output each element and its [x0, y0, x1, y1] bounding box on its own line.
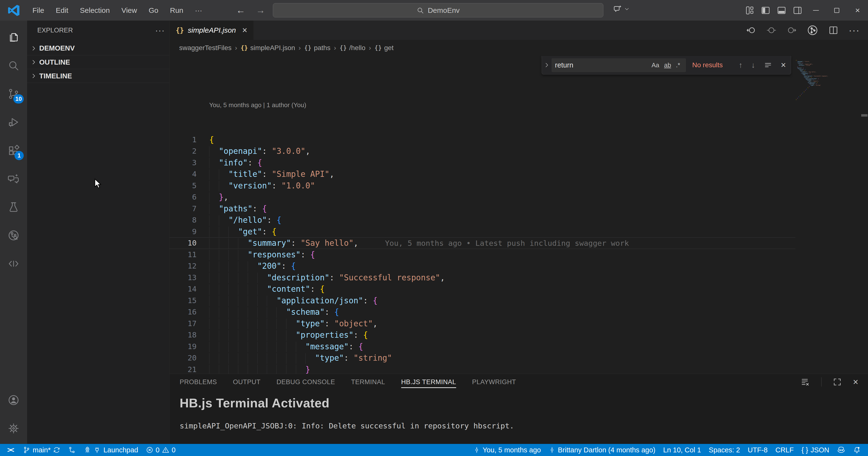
forward-arrow-icon[interactable]: → — [256, 5, 265, 15]
find-input[interactable]: return Aa ab .* — [552, 58, 686, 72]
line-number[interactable]: 19 — [169, 341, 196, 353]
toggle-sidebar-icon[interactable] — [757, 0, 774, 21]
code-line[interactable]: 13"description": "Successful response", — [169, 272, 795, 284]
language-mode[interactable]: { } JSON — [798, 444, 833, 456]
line-number[interactable]: 5 — [169, 180, 196, 192]
activity-search[interactable] — [0, 51, 27, 79]
panel-tab-output[interactable]: OUTPUT — [233, 374, 260, 390]
line-number[interactable]: 6 — [169, 191, 196, 203]
minimap[interactable]: {"openapi": "3.0.0","info": {"title": "S… — [796, 56, 861, 103]
codelens-blame[interactable]: You, 5 months ago | 1 author (You) — [169, 99, 795, 111]
activity-settings[interactable] — [0, 414, 27, 443]
find-next-icon[interactable]: ↓ — [751, 61, 755, 70]
command-center-search[interactable]: DemoEnv — [273, 3, 603, 18]
find-previous-icon[interactable]: ↑ — [739, 61, 743, 70]
panel-tab-problems[interactable]: PROBLEMS — [180, 374, 217, 390]
current-change-icon[interactable] — [766, 25, 776, 35]
code-line[interactable]: 16"schema": { — [169, 306, 795, 318]
line-number[interactable]: 20 — [169, 352, 196, 364]
menu-edit[interactable]: Edit — [50, 3, 74, 18]
minimize-button[interactable] — [806, 0, 826, 21]
tab-close-icon[interactable]: × — [242, 25, 247, 35]
menu-selection[interactable]: Selection — [74, 3, 116, 18]
customize-layout-icon[interactable] — [742, 0, 757, 21]
regex-icon[interactable]: .* — [674, 61, 683, 69]
breadcrumb-hello[interactable]: {} /hello — [339, 44, 365, 52]
editor-more-actions-icon[interactable]: ··· — [849, 25, 860, 36]
code-line[interactable]: 5"version": "1.0.0" — [169, 180, 795, 192]
line-number[interactable]: 11 — [169, 249, 196, 261]
line-number[interactable]: 10 — [169, 237, 196, 249]
commit-graph-icon[interactable] — [807, 25, 818, 36]
activity-testing[interactable] — [0, 193, 27, 221]
git-graph-button[interactable] — [64, 444, 80, 456]
code-line[interactable]: 20"type": "string" — [169, 352, 795, 364]
tab-simpleapi-json[interactable]: {} simpleAPI.json × — [169, 21, 254, 40]
breadcrumb-paths[interactable]: {} paths — [304, 44, 331, 52]
eol-sequence[interactable]: CRLF — [771, 444, 798, 456]
line-number[interactable]: 21 — [169, 364, 196, 374]
line-number[interactable]: 9 — [169, 226, 196, 237]
line-number[interactable]: 12 — [169, 260, 196, 272]
activity-source-control[interactable]: 10 — [0, 79, 27, 108]
panel-tab-terminal[interactable]: TERMINAL — [351, 374, 385, 390]
code-line[interactable]: 15"application/json": { — [169, 295, 795, 306]
code-line[interactable]: 21} — [169, 364, 795, 374]
line-number[interactable]: 3 — [169, 157, 196, 169]
code-line[interactable]: 1{ — [169, 134, 795, 145]
panel-tab-playwright[interactable]: PLAYWRIGHT — [472, 374, 516, 390]
menu-go[interactable]: Go — [143, 3, 164, 18]
code-line[interactable]: 12"200": { — [169, 260, 795, 272]
code-line[interactable]: 6}, — [169, 191, 795, 203]
blame-author-item[interactable]: Brittany Dartlon (4 months ago) — [545, 444, 659, 456]
code-line[interactable]: 18"properties": { — [169, 329, 795, 341]
whole-word-icon[interactable]: ab — [662, 61, 674, 69]
close-panel-icon[interactable]: × — [853, 377, 858, 387]
cursor-position[interactable]: Ln 10, Col 1 — [659, 444, 705, 456]
activity-gitlens[interactable] — [0, 221, 27, 250]
toggle-panel-icon[interactable] — [774, 0, 789, 21]
activity-explorer[interactable] — [0, 23, 27, 51]
find-close-icon[interactable]: × — [781, 60, 786, 70]
breadcrumb-folder[interactable]: swaggerTestFiles — [179, 44, 231, 52]
copilot-status[interactable] — [833, 444, 849, 456]
line-number[interactable]: 17 — [169, 318, 196, 329]
panel-tab-debug-console[interactable]: DEBUG CONSOLE — [277, 374, 335, 390]
breadcrumb-file[interactable]: {} simpleAPI.json — [241, 44, 295, 52]
code-line[interactable]: 7"paths": { — [169, 203, 795, 215]
activity-api[interactable] — [0, 250, 27, 278]
code-line[interactable]: 9"get": { — [169, 226, 795, 237]
blame-you-item[interactable]: You, 5 months ago — [469, 444, 545, 456]
git-branch-item[interactable]: main* — [19, 444, 64, 456]
close-window-button[interactable]: × — [847, 0, 868, 21]
clear-output-icon[interactable] — [801, 378, 810, 387]
terminal-content[interactable]: HB.js Terminal Activated simpleAPI_OpenA… — [169, 390, 868, 430]
explorer-more-actions-icon[interactable]: ··· — [155, 26, 165, 35]
remote-indicator[interactable]: >< — [3, 444, 19, 456]
line-number[interactable]: 16 — [169, 306, 196, 318]
code-line[interactable]: 3"info": { — [169, 157, 795, 169]
line-number[interactable]: 18 — [169, 329, 196, 341]
section-timeline[interactable]: TIMELINE — [27, 69, 169, 83]
panel-tab-hbjs-terminal[interactable]: HB.JS TERMINAL — [401, 374, 456, 390]
find-in-selection-icon[interactable] — [764, 61, 772, 69]
code-line[interactable]: 14"content": { — [169, 283, 795, 295]
code-line[interactable]: 4"title": "Simple API", — [169, 168, 795, 180]
toggle-replace-icon[interactable] — [542, 56, 552, 74]
activity-account[interactable] — [0, 386, 27, 414]
section-demoenv[interactable]: DEMOENV — [27, 41, 169, 55]
activity-chat[interactable] — [0, 164, 27, 193]
copilot-menu-button[interactable] — [613, 4, 629, 13]
scrollbar-thumb[interactable] — [861, 114, 868, 117]
maximize-panel-icon[interactable] — [833, 378, 842, 387]
line-number[interactable]: 2 — [169, 145, 196, 157]
activity-extensions[interactable]: 1 — [0, 136, 27, 164]
prev-change-icon[interactable] — [746, 25, 756, 35]
line-number[interactable]: 8 — [169, 214, 196, 226]
menu-view[interactable]: View — [116, 3, 143, 18]
line-number[interactable]: 7 — [169, 203, 196, 215]
line-number[interactable]: 14 — [169, 283, 196, 295]
menu-more[interactable]: ··· — [189, 3, 208, 18]
code-line[interactable]: 2"openapi": "3.0.0", — [169, 145, 795, 157]
notifications-item[interactable] — [849, 444, 865, 456]
